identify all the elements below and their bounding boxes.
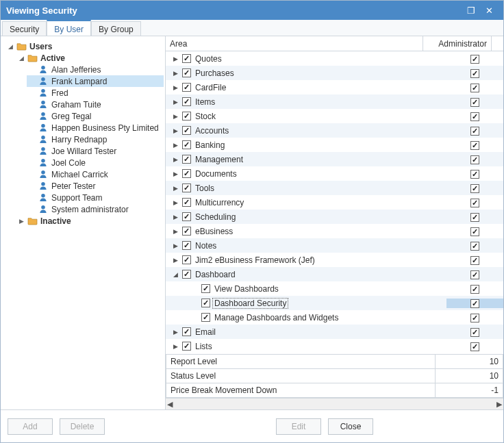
area-checkbox[interactable]	[182, 270, 191, 279]
tree-user-item[interactable]: Frank Lampard	[27, 75, 164, 87]
collapse-icon[interactable]: ◢	[171, 271, 179, 278]
expand-icon[interactable]: ▶	[171, 84, 179, 91]
restore-icon[interactable]: ❐	[462, 5, 480, 16]
admin-checkbox[interactable]	[470, 314, 479, 322]
scroll-right-icon[interactable]: ▶	[496, 400, 502, 409]
area-checkbox[interactable]	[182, 68, 191, 77]
expand-icon[interactable]: ▶	[171, 329, 179, 336]
grid-row[interactable]: ▶Lists	[166, 339, 503, 353]
tree-user-item[interactable]: Alan Jefferies	[27, 64, 164, 75]
expand-icon[interactable]: ▶	[171, 199, 179, 206]
tree-user-item[interactable]: Happen Business Pty Limited	[27, 122, 164, 134]
area-checkbox[interactable]	[201, 284, 210, 293]
tab-by-group[interactable]: By Group	[91, 21, 141, 36]
admin-checkbox[interactable]	[470, 342, 479, 351]
admin-checkbox[interactable]	[470, 155, 479, 164]
expand-icon[interactable]: ▶	[171, 185, 179, 192]
area-checkbox[interactable]	[182, 112, 191, 121]
tree-user-item[interactable]: Fred	[27, 87, 164, 99]
grid-row[interactable]: ▶Stock	[166, 109, 503, 123]
tree-user-item[interactable]: Joe Willard Tester	[27, 145, 164, 157]
admin-checkbox[interactable]	[470, 170, 479, 179]
area-checkbox[interactable]	[182, 54, 191, 63]
admin-checkbox[interactable]	[470, 285, 479, 294]
col-header-area[interactable]: Area	[166, 36, 423, 51]
admin-checkbox[interactable]	[470, 256, 479, 265]
tab-by-user[interactable]: By User	[47, 20, 91, 36]
admin-checkbox[interactable]	[470, 299, 479, 308]
area-checkbox[interactable]	[182, 83, 191, 92]
expand-icon[interactable]: ▶	[171, 156, 179, 163]
area-checkbox[interactable]	[182, 140, 191, 149]
expand-icon[interactable]: ▶	[171, 242, 179, 249]
collapse-icon[interactable]: ◢	[17, 55, 25, 62]
tree-user-item[interactable]: System administrator	[27, 203, 164, 215]
tree-node-active[interactable]: ◢ Active	[16, 52, 164, 64]
admin-checkbox[interactable]	[470, 227, 479, 236]
col-header-admin[interactable]: Administrator	[423, 36, 492, 51]
admin-checkbox[interactable]	[470, 270, 479, 279]
close-icon[interactable]: ✕	[480, 5, 498, 16]
close-button[interactable]: Close	[328, 418, 373, 435]
delete-button[interactable]: Delete	[60, 418, 105, 435]
grid-row[interactable]: ▶Purchases	[166, 66, 503, 80]
area-checkbox[interactable]	[182, 327, 191, 336]
tree-node-inactive[interactable]: ▶ Inactive	[16, 215, 164, 227]
area-checkbox[interactable]	[182, 126, 191, 135]
grid-row[interactable]: ▶Items	[166, 94, 503, 109]
grid-row[interactable]: Dashboard Security	[166, 296, 503, 310]
grid-body[interactable]: ▶Quotes▶Purchases▶CardFile▶Items▶Stock▶A…	[166, 51, 503, 354]
grid-row[interactable]: ▶Management	[166, 152, 503, 166]
tree-user-item[interactable]: Joel Cole	[27, 157, 164, 168]
area-checkbox[interactable]	[182, 212, 191, 221]
grid-row[interactable]: ▶Documents	[166, 166, 503, 181]
grid-row[interactable]: ◢Dashboard	[166, 267, 503, 281]
tree-user-item[interactable]: Greg Tegal	[27, 110, 164, 122]
grid-row[interactable]: ▶Notes	[166, 238, 503, 253]
expand-icon[interactable]: ▶	[171, 214, 179, 220]
admin-checkbox[interactable]	[470, 141, 479, 150]
admin-checkbox[interactable]	[470, 69, 479, 78]
expand-icon[interactable]: ▶	[171, 228, 179, 235]
tree-node-users[interactable]: ◢ Users	[5, 40, 164, 52]
tree-user-item[interactable]: Michael Carrick	[27, 168, 164, 180]
edit-button[interactable]: Edit	[276, 418, 321, 435]
area-checkbox[interactable]	[182, 227, 191, 236]
grid-row[interactable]: ▶eBusiness	[166, 224, 503, 238]
area-checkbox[interactable]	[182, 155, 191, 164]
expand-icon[interactable]: ▶	[171, 343, 179, 350]
expand-icon[interactable]: ▶	[171, 70, 179, 77]
grid-row[interactable]: View Dashboards	[166, 281, 503, 296]
admin-checkbox[interactable]	[470, 112, 479, 121]
expand-icon[interactable]: ▶	[171, 170, 179, 177]
admin-checkbox[interactable]	[470, 184, 479, 193]
horizontal-scrollbar[interactable]: ◀ ▶	[166, 398, 503, 409]
area-checkbox[interactable]	[201, 299, 210, 307]
expand-icon[interactable]: ▶	[171, 55, 179, 62]
expand-icon[interactable]: ▶	[171, 113, 179, 120]
expand-icon[interactable]: ▶	[171, 99, 179, 105]
admin-checkbox[interactable]	[470, 213, 479, 222]
grid-row[interactable]: ▶Email	[166, 325, 503, 339]
area-checkbox[interactable]	[182, 255, 191, 264]
grid-row[interactable]: ▶CardFile	[166, 80, 503, 94]
admin-checkbox[interactable]	[470, 55, 479, 64]
collapse-icon[interactable]: ◢	[6, 43, 14, 50]
tab-security[interactable]: Security	[2, 21, 47, 36]
grid-row[interactable]: ▶Multicurrency	[166, 195, 503, 210]
admin-checkbox[interactable]	[470, 84, 479, 92]
grid-row[interactable]: ▶Quotes	[166, 51, 503, 66]
admin-checkbox[interactable]	[470, 98, 479, 107]
grid-row[interactable]: ▶Jim2 eBusiness Framework (Jef)	[166, 253, 503, 267]
tree-user-item[interactable]: Harry Rednapp	[27, 134, 164, 145]
admin-checkbox[interactable]	[470, 242, 479, 251]
grid-row[interactable]: ▶Banking	[166, 138, 503, 152]
area-checkbox[interactable]	[182, 241, 191, 250]
expand-icon[interactable]: ▶	[17, 218, 25, 225]
grid-row[interactable]: Manage Dashboards and Widgets	[166, 310, 503, 325]
grid-row[interactable]: ▶Scheduling	[166, 210, 503, 224]
area-checkbox[interactable]	[182, 97, 191, 106]
admin-checkbox[interactable]	[470, 199, 479, 207]
tree-user-item[interactable]: Support Team	[27, 192, 164, 203]
admin-checkbox[interactable]	[470, 328, 479, 337]
